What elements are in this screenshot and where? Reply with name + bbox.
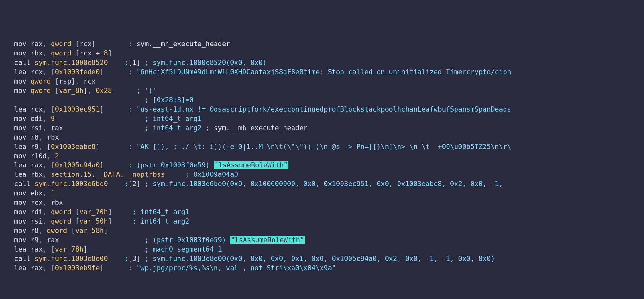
token-num: 9 (51, 115, 55, 123)
token-bracket: [ (55, 87, 59, 95)
pad (14, 95, 145, 105)
token-num: 2 (55, 152, 59, 160)
token-reg: edi (31, 115, 43, 123)
comment-text: ; [0x28:8]=0 (145, 96, 194, 104)
token-comma: , (43, 199, 51, 206)
token-num: 1 (51, 189, 55, 197)
asm-line: mov qword [rsp], rcx (14, 77, 644, 86)
token-comma: , (88, 87, 96, 95)
highlight-match: "lsAssumeRoleWith" (230, 236, 305, 244)
pad (112, 86, 136, 95)
pad (100, 142, 129, 152)
token-op: lea (14, 264, 31, 272)
asm-line: mov qword [var_8h], 0x28 ; '(' (14, 86, 644, 95)
comment-text: sym.__mh_execute_header (136, 40, 230, 48)
token-op: lea (14, 161, 31, 169)
token-reg: rbx (31, 171, 43, 178)
pad (88, 245, 145, 254)
comment-text: ; "wp.jpg/proc/%s,%s\n, val , not Stri\x… (128, 264, 336, 272)
comment-text: ; sym.func.1003e8e00(0x0, 0x0, 0x0, 0x1,… (140, 255, 495, 263)
pad (104, 264, 128, 273)
token-kw: qword (51, 49, 75, 57)
token-var: var_58h (75, 227, 104, 234)
token-op: mov (14, 227, 31, 234)
comment-text: ; '(' (136, 87, 157, 95)
highlight-match: "lsAssumeRoleWith" (214, 161, 289, 169)
token-bracket: ] (71, 77, 75, 85)
token-op: lea (14, 143, 31, 151)
asm-line: mov edi, 9 ; int64_t arg1 (14, 114, 644, 124)
token-reg: r9 (31, 236, 39, 244)
token-bracket: [ (47, 143, 51, 151)
token-comma: , (43, 171, 51, 178)
token-reg: rax (31, 40, 43, 48)
comment-text: ; int64_t arg1 (132, 208, 189, 216)
token-bracket: [ (75, 217, 80, 225)
comment-text: ; (124, 59, 128, 66)
token-var: var_8h (59, 87, 83, 95)
token-op: mov (14, 115, 31, 123)
token-comma: , (43, 68, 51, 76)
asm-line: call sym.func.1000e8520 ;[1] ; sym.func.… (14, 58, 644, 67)
token-op: lea (14, 105, 31, 113)
asm-line: call sym.func.1003e8e00 ;[3] ; sym.func.… (14, 254, 644, 264)
token-reg: rax (31, 161, 43, 169)
token-op: mov (14, 152, 31, 160)
token-comma: , (39, 236, 47, 244)
token-bracket: ] (108, 49, 112, 57)
token-bracket: [ (51, 245, 55, 253)
token-bracket: ] (83, 245, 88, 253)
pad (112, 207, 132, 217)
token-comma: , (43, 264, 51, 272)
asm-line: mov rdi, qword [var_70h] ; int64_t arg1 (14, 207, 644, 217)
asm-line: mov r9, rax ; (pstr 0x1003f0e59) "lsAssu… (14, 235, 644, 245)
pad (96, 39, 128, 49)
token-call: sym.func.1003e8e00 (34, 255, 108, 263)
token-op: mov (14, 87, 31, 95)
token-bracket: ] (108, 217, 112, 225)
pad (55, 114, 144, 124)
comment-text: ; (124, 255, 128, 263)
token-bracket: [ (71, 227, 75, 234)
token-op: mov (14, 49, 31, 57)
token-bracket: ] (100, 264, 104, 272)
token-bracket: ] (104, 227, 108, 234)
comment-text: ; sym.func.1000e8520(0x0, 0x0) (140, 59, 267, 66)
comment-text: ; (128, 40, 136, 48)
token-reg: rax (51, 124, 63, 132)
asm-line: mov ebx, 1 (14, 189, 644, 198)
token-op: mov (14, 134, 31, 141)
token-reg: rcx (31, 199, 43, 206)
comment-text: ; sym.func.1003e6be0(0x9, 0x100000000, 0… (140, 180, 503, 188)
comment-text: ; (pstr 0x1003f0e59) (128, 161, 214, 169)
token-reg: rbx (31, 49, 43, 57)
pad (104, 67, 128, 77)
comment-text: ; "us-east-1d.nx != 0osascriptfork/execc… (128, 105, 511, 113)
token-op: mov (14, 189, 31, 197)
token-reg: r9 (31, 143, 39, 151)
token-reg: rbx (51, 199, 63, 206)
token-kw: qword (47, 227, 71, 234)
comment-text: ; int64_t arg2 ; (145, 124, 214, 132)
token-reg: rcx (83, 77, 96, 85)
comment-text: ; (124, 180, 128, 188)
asm-line: mov rax, qword [rcx] ; sym.__mh_execute_… (14, 39, 644, 49)
token-var: var_70h (79, 208, 108, 216)
asm-line: lea rcx, [0x1003fede0] ; "6nHcjXf5LDUNmA… (14, 67, 644, 77)
token-bracket: [ (51, 161, 55, 169)
asm-line: mov r8, qword [var_58h] (14, 226, 644, 235)
token-op: mov (14, 77, 31, 85)
pad (104, 161, 128, 170)
token-comma: , (43, 124, 51, 132)
token-comma: , (43, 208, 51, 216)
disassembly-view: mov rax, qword [rcx] ; sym.__mh_execute_… (14, 39, 644, 273)
token-num: 0x1005c94a0 (55, 161, 100, 169)
asm-line: mov rcx, rbx (14, 198, 644, 207)
asm-line: mov r8, rbx (14, 133, 644, 142)
token-bracket: [ (75, 208, 80, 216)
token-bracket: ] (96, 143, 100, 151)
pad (104, 105, 128, 114)
comment-text: ; 0x1009a04a0 (185, 171, 238, 178)
token-reg: rcx (79, 49, 96, 57)
asm-line: call sym.func.1003e6be0 ;[2] ; sym.func.… (14, 179, 644, 189)
